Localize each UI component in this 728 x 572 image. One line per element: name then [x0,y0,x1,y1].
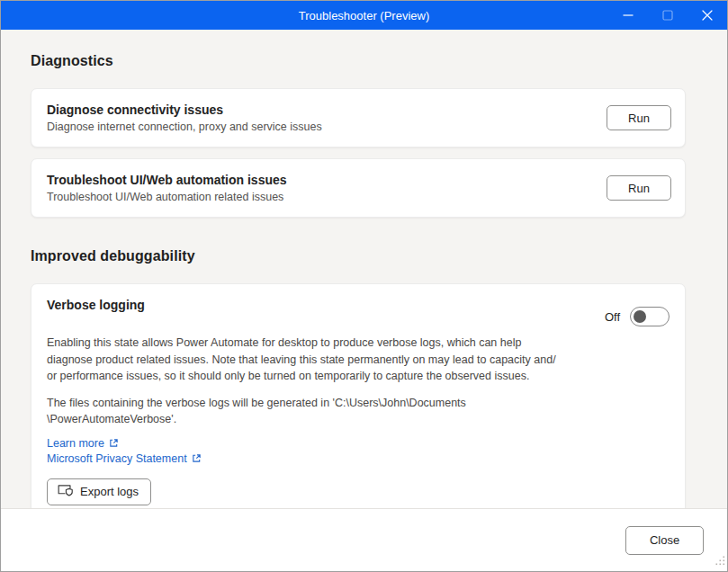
maximize-button[interactable] [648,1,688,30]
card-title: Troubleshoot UI/Web automation issues [47,173,287,187]
maximize-icon [662,10,673,21]
troubleshoot-automation-card: Troubleshoot UI/Web automation issues Tr… [31,158,686,218]
minimize-button[interactable] [608,1,648,30]
export-logs-icon [57,483,74,500]
titlebar: Troubleshooter (Preview) [1,1,727,30]
verbose-title: Verbose logging [47,298,145,312]
export-logs-button[interactable]: Export logs [47,478,151,505]
export-logs-label: Export logs [80,485,139,498]
privacy-statement-row: Microsoft Privacy Statement [47,451,670,466]
learn-more-row: Learn more [47,436,670,451]
verbose-header: Verbose logging Off [47,298,670,326]
troubleshooter-window: Troubleshooter (Preview) Diagnostics Dia… [0,0,728,572]
links-group: Learn more Microsoft Privacy Statement [47,436,670,466]
verbose-toggle-group: Off [605,307,670,326]
card-text: Troubleshoot UI/Web automation issues Tr… [47,173,287,203]
footer: Close [1,508,727,571]
card-text: Diagnose connectivity issues Diagnose in… [47,103,322,133]
verbose-description: Enabling this state allows Power Automat… [47,335,641,385]
verbose-logging-card: Verbose logging Off Enabling this state … [31,283,686,508]
debuggability-heading: Improved debuggability [31,248,686,264]
verbose-logging-toggle[interactable] [630,307,670,326]
run-connectivity-button[interactable]: Run [607,105,671,130]
card-description: Troubleshoot UI/Web automation related i… [47,191,287,203]
close-window-button[interactable] [688,1,727,30]
card-description: Diagnose internet connection, proxy and … [47,121,322,133]
external-link-icon [109,435,119,451]
minimize-icon [623,10,634,21]
verbose-logs-location: The files containing the verbose logs wi… [47,395,641,428]
learn-more-link[interactable]: Learn more [47,437,104,450]
card-title: Diagnose connectivity issues [47,103,322,117]
external-link-icon [192,451,202,467]
toggle-state-label: Off [605,310,620,324]
run-automation-button[interactable]: Run [607,175,671,201]
content-area: Diagnostics Diagnose connectivity issues… [1,30,727,508]
resize-grip-icon[interactable] [715,553,725,569]
diagnostics-heading: Diagnostics [31,53,686,69]
toggle-knob [634,310,646,323]
close-button[interactable]: Close [625,526,704,555]
close-icon [702,10,713,21]
privacy-statement-link[interactable]: Microsoft Privacy Statement [47,452,187,465]
diagnose-connectivity-card: Diagnose connectivity issues Diagnose in… [31,88,686,147]
